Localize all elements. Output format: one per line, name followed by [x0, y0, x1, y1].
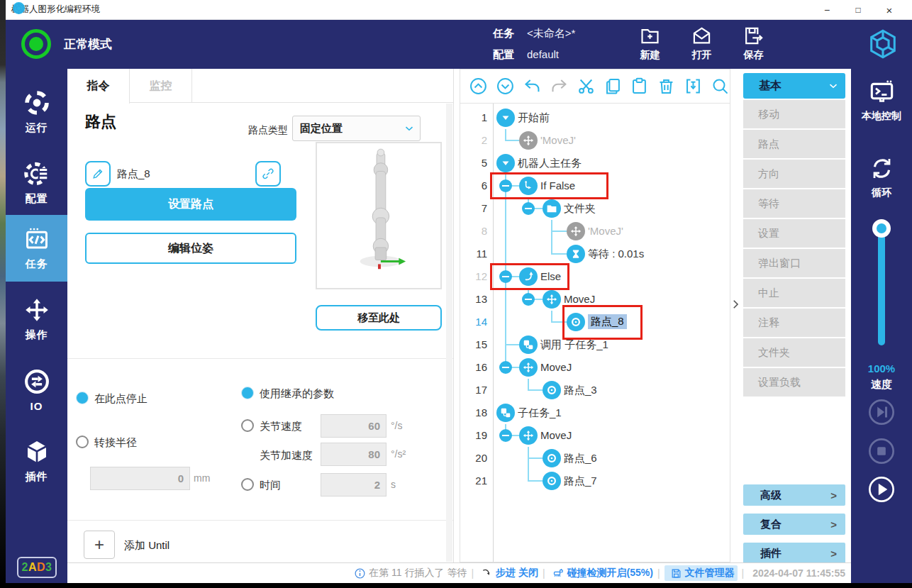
sidebar-item-label: 任务 — [26, 257, 48, 271]
collapse-minus-icon[interactable] — [499, 361, 512, 374]
palette-group-1[interactable]: 高级> — [743, 484, 845, 506]
tree-node-label: MoveJ — [540, 429, 572, 441]
panel-collapse-handle[interactable] — [729, 296, 742, 312]
palette-item-1[interactable]: 移动 — [743, 100, 845, 128]
speed-slider-track[interactable] — [878, 228, 885, 345]
tree-row-line-12[interactable]: 12Else — [460, 265, 730, 288]
status-bar: 在第 11 行插入了 等待 | 步进 关闭 | 碰撞检测开启(55%) | 文件… — [67, 562, 851, 583]
palette-group-label: 复合 — [760, 518, 782, 531]
header-action-2[interactable]: 打开 — [691, 25, 713, 62]
tab-2[interactable]: 监控 — [130, 69, 192, 103]
line-number: 12 — [460, 270, 487, 282]
palette-item-5[interactable]: 设置 — [743, 219, 845, 248]
add-until-button[interactable]: + — [84, 531, 115, 559]
sidebar-item-6[interactable]: 插件 — [6, 428, 67, 494]
blend-radius-radio[interactable] — [76, 436, 89, 448]
tree-row-line-18[interactable]: 18子任务_1 — [460, 401, 730, 424]
tree-row-line-11[interactable]: 11等待 : 0.01s — [460, 243, 730, 265]
header-action-1[interactable]: 新建 — [639, 25, 661, 62]
tab-1[interactable]: 指令 — [67, 69, 130, 104]
file-manager-button[interactable]: 文件管理器 — [664, 565, 738, 581]
titlebar: 机器人图形化编程环境 − □ × — [6, 0, 912, 20]
gear-icon — [23, 160, 50, 187]
joint-speed-input[interactable]: 60 — [321, 414, 387, 438]
collapse-minus-icon[interactable] — [522, 293, 535, 306]
time-input[interactable]: 2 — [321, 473, 387, 497]
collapse-minus-icon[interactable] — [499, 429, 512, 442]
palette-group-3[interactable]: 插件> — [743, 543, 845, 564]
sidebar-item-2[interactable]: 配置 — [6, 150, 67, 216]
chevron-right-icon: > — [830, 489, 837, 501]
palette-group-2[interactable]: 复合> — [743, 514, 845, 535]
edit-pose-button[interactable]: 编辑位姿 — [85, 233, 296, 264]
joint-accel-input[interactable]: 80 — [321, 443, 387, 466]
sidebar-item-5[interactable]: IO — [6, 357, 67, 423]
sidebar-item-label: 操作 — [26, 328, 48, 342]
link-button[interactable] — [255, 161, 281, 187]
joint-speed-label: 关节速度 — [260, 420, 302, 433]
line-number: 2 — [460, 134, 487, 146]
tree-row-line-5[interactable]: 5机器人主任务 — [460, 152, 730, 174]
chevron-right-icon: > — [830, 548, 837, 560]
collision-status[interactable]: 碰撞检测开启(55%) — [567, 567, 653, 579]
header-action-3[interactable]: 保存 — [743, 25, 764, 62]
tree-row-line-17[interactable]: 17路点_3 — [460, 379, 730, 401]
badge-letter: 2 — [22, 561, 28, 574]
collision-icon — [552, 567, 565, 579]
info-icon — [354, 567, 366, 579]
minimize-button[interactable]: − — [811, 4, 843, 16]
palette-item-7[interactable]: 中止 — [743, 279, 845, 307]
step-forward-button[interactable] — [867, 398, 896, 426]
sidebar-item-1[interactable]: 运行 — [6, 79, 67, 145]
save-task-icon — [743, 25, 764, 47]
close-button[interactable]: × — [874, 4, 905, 16]
tree-row-line-7[interactable]: 7文件夹 — [460, 197, 730, 220]
folder-icon — [543, 199, 561, 218]
palette-item-3[interactable]: 方向 — [743, 160, 845, 188]
terminal-icon — [869, 79, 895, 105]
waypoint-type-select[interactable]: 固定位置 — [292, 116, 421, 141]
loop-button[interactable]: 循环 — [851, 155, 912, 199]
tree-row-line-1[interactable]: 1开始前 — [460, 106, 730, 129]
move-here-button[interactable]: 移至此处 — [316, 305, 442, 331]
tree-node-label: 路点_3 — [564, 384, 597, 397]
blend-radius-input[interactable]: 0 — [90, 467, 190, 490]
speed-slider-thumb[interactable] — [872, 219, 891, 238]
step-mode-toggle[interactable]: 步进 关闭 — [496, 567, 538, 579]
editor-scrollbar[interactable] — [446, 104, 452, 562]
tree-node-label: 子任务_1 — [518, 406, 562, 420]
palette-item-2[interactable]: 路点 — [743, 130, 845, 158]
tree-row-line-21[interactable]: 21路点_7 — [460, 470, 730, 492]
play-button[interactable] — [867, 475, 896, 504]
move4-icon — [23, 296, 50, 323]
tree-row-line-16[interactable]: 16MoveJ — [460, 356, 730, 379]
sidebar-item-3[interactable]: 任务 — [6, 215, 67, 282]
stop-button[interactable] — [867, 437, 896, 465]
tree-row-line-19[interactable]: 19MoveJ — [460, 424, 730, 447]
palette-item-9[interactable]: 文件夹 — [743, 338, 845, 367]
palette-item-8[interactable]: 注释 — [743, 309, 845, 337]
palette-item-10[interactable]: 设置负载 — [743, 368, 845, 396]
tree-row-line-6[interactable]: 6If False — [460, 174, 730, 197]
stop-at-point-radio[interactable] — [76, 392, 89, 404]
collapse-minus-icon[interactable] — [522, 202, 535, 215]
palette-item-6[interactable]: 弹出窗口 — [743, 249, 845, 277]
time-radio[interactable] — [241, 478, 254, 491]
move-icon — [543, 290, 561, 309]
tree-row-line-2[interactable]: 2'MoveJ' — [460, 129, 730, 152]
tree-row-line-8[interactable]: 8'MoveJ' — [460, 220, 730, 243]
tree-row-line-20[interactable]: 20路点_6 — [460, 447, 730, 470]
sidebar-item-label: IO — [30, 400, 43, 412]
palette-item-4[interactable]: 等待 — [743, 189, 845, 218]
brand-logo-icon — [867, 28, 899, 60]
tree-node-label: MoveJ — [564, 293, 595, 305]
palette-group-basic[interactable]: 基本 — [743, 73, 845, 99]
rename-button[interactable] — [85, 161, 111, 187]
maximize-button[interactable]: □ — [843, 5, 874, 15]
tree-row-line-14[interactable]: 14路点_8 — [460, 311, 730, 333]
local-control-button[interactable]: 本地控制 — [851, 79, 912, 123]
sidebar-item-4[interactable]: 操作 — [6, 286, 67, 353]
inherit-params-radio[interactable] — [241, 387, 254, 399]
joint-speed-radio[interactable] — [241, 419, 254, 432]
set-waypoint-button[interactable]: 设置路点 — [85, 188, 296, 221]
